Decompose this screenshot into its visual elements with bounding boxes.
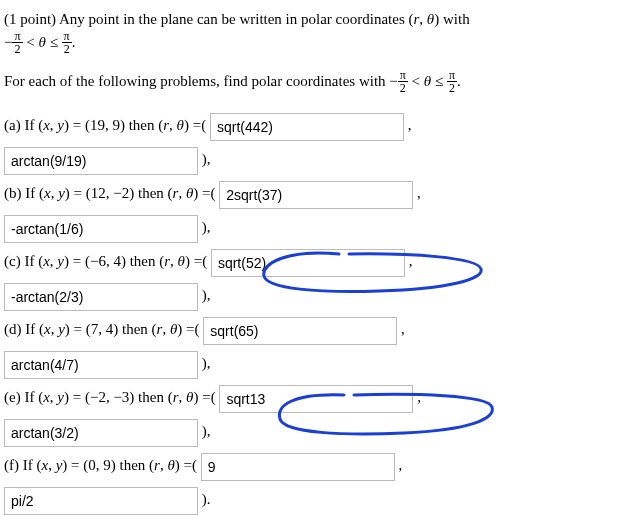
range-expr-2: −π2 < θ ≤ π2.	[389, 73, 460, 89]
part-d-theta-input[interactable]	[4, 351, 198, 379]
part-a-r-input[interactable]	[210, 113, 404, 141]
part-f-r-input[interactable]	[201, 453, 395, 481]
points-label: (1 point)	[4, 11, 56, 27]
part-c: (c) If (x, y) = (−6, 4) then (r, θ) =( ,	[4, 249, 624, 277]
problem-header: (1 point) Any point in the plane can be …	[4, 8, 624, 56]
part-b: (b) If (x, y) = (12, −2) then (r, θ) =( …	[4, 181, 624, 209]
part-f-theta: ).	[4, 487, 624, 515]
part-e-theta-input[interactable]	[4, 419, 198, 447]
part-f: (f) If (x, y) = (0, 9) then (r, θ) =( ,	[4, 453, 624, 481]
instruction: For each of the following problems, find…	[4, 70, 624, 95]
part-e-theta: ),	[4, 419, 624, 447]
coord-expr: (r, θ)	[409, 11, 443, 27]
intro-text: Any point in the plane can be written in…	[59, 11, 405, 27]
part-d-theta: ),	[4, 351, 624, 379]
part-a-theta-input[interactable]	[4, 147, 198, 175]
part-e-r-input[interactable]	[219, 385, 413, 413]
with-text: with	[443, 11, 470, 27]
part-b-r-input[interactable]	[219, 181, 413, 209]
part-c-r-input[interactable]	[211, 249, 405, 277]
part-d: (d) If (x, y) = (7, 4) then (r, θ) =( ,	[4, 317, 624, 345]
part-b-theta-input[interactable]	[4, 215, 198, 243]
part-e: (e) If (x, y) = (−2, −3) then (r, θ) =( …	[4, 385, 624, 413]
part-c-theta: ),	[4, 283, 624, 311]
part-a: (a) If (x, y) = (19, 9) then (r, θ) =( ,	[4, 113, 624, 141]
part-a-theta: ),	[4, 147, 624, 175]
part-b-theta: ),	[4, 215, 624, 243]
part-d-r-input[interactable]	[203, 317, 397, 345]
part-c-theta-input[interactable]	[4, 283, 198, 311]
range-expr: −π2 < θ ≤ π2.	[4, 34, 75, 50]
part-f-theta-input[interactable]	[4, 487, 198, 515]
